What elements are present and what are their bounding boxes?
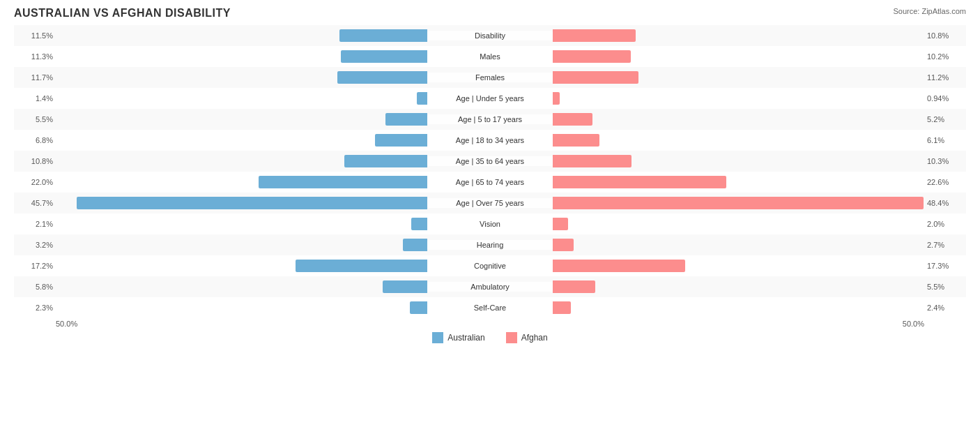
right-bar-area [553, 174, 924, 190]
center-section: Females [56, 67, 924, 88]
row-label: Age | 5 to 17 years [427, 114, 553, 124]
left-bar-area [56, 174, 427, 190]
center-section: Ambulatory [56, 276, 924, 297]
bars-wrapper: 11.5%Disability10.8%11.3%Males10.2%11.7%… [14, 25, 966, 318]
center-section: Age | 65 to 74 years [56, 172, 924, 193]
left-bar-area [56, 112, 427, 127]
right-value-label: 5.2% [924, 115, 966, 123]
australian-bar [341, 50, 427, 63]
australian-bar [411, 218, 427, 230]
chart-title: AUSTRALIAN VS AFGHAN DISABILITY [14, 7, 231, 20]
afghan-swatch [506, 332, 517, 343]
center-section: Disability [56, 25, 924, 46]
bar-row: 11.3%Males10.2% [14, 46, 966, 67]
australian-bar [296, 260, 427, 272]
row-label: Age | Over 75 years [427, 198, 553, 208]
left-value-label: 5.8% [14, 283, 56, 291]
australian-bar [344, 155, 427, 167]
right-bar-area [553, 258, 924, 274]
title-row: AUSTRALIAN VS AFGHAN DISABILITY Source: … [14, 7, 966, 20]
right-value-label: 5.5% [924, 283, 966, 291]
bar-row: 2.3%Self-Care2.4% [14, 297, 966, 318]
right-value-label: 6.1% [924, 136, 966, 144]
bar-row: 45.7%Age | Over 75 years48.4% [14, 193, 966, 214]
afghan-bar [553, 280, 595, 293]
left-bar-area [56, 195, 427, 211]
row-label: Disability [427, 31, 553, 40]
right-value-label: 17.3% [924, 262, 966, 270]
bar-row: 6.8%Age | 18 to 34 years6.1% [14, 130, 966, 151]
bar-row: 11.5%Disability10.8% [14, 25, 966, 46]
row-label: Females [427, 73, 553, 82]
left-bar-area [56, 153, 427, 169]
afghan-bar [553, 239, 574, 251]
left-bar-area [56, 258, 427, 274]
australian-bar [339, 29, 428, 42]
afghan-bar [553, 176, 726, 188]
right-bar-area [553, 216, 924, 232]
right-bar-area [553, 49, 924, 64]
right-value-label: 22.6% [924, 178, 966, 186]
bar-row: 5.8%Ambulatory5.5% [14, 276, 966, 297]
bar-row: 17.2%Cognitive17.3% [14, 255, 966, 276]
afghan-bar [553, 218, 568, 230]
legend-item-afghan: Afghan [506, 332, 548, 343]
svg-rect-0 [432, 332, 443, 343]
legend: Australian Afghan [14, 332, 966, 343]
row-label: Males [427, 52, 553, 61]
bar-row: 5.5%Age | 5 to 17 years5.2% [14, 109, 966, 130]
right-bar-area [553, 28, 924, 43]
afghan-bar [553, 260, 685, 272]
center-section: Age | Over 75 years [56, 193, 924, 214]
center-section: Age | Under 5 years [56, 88, 924, 109]
afghan-bar [553, 197, 924, 209]
right-bar-area [553, 91, 924, 106]
bar-row: 1.4%Age | Under 5 years0.94% [14, 88, 966, 109]
left-value-label: 11.5% [14, 31, 56, 40]
center-section: Males [56, 46, 924, 67]
afghan-bar [553, 92, 560, 105]
australian-bar [77, 197, 427, 209]
right-value-label: 10.8% [924, 31, 966, 40]
australian-bar [410, 301, 427, 314]
left-value-label: 11.7% [14, 73, 56, 82]
left-value-label: 6.8% [14, 136, 56, 144]
row-label: Age | 18 to 34 years [427, 135, 553, 145]
left-bar-area [56, 49, 427, 64]
chart-container: AUSTRALIAN VS AFGHAN DISABILITY Source: … [0, 0, 980, 427]
row-label: Age | 35 to 64 years [427, 156, 553, 166]
left-bar-area [56, 70, 427, 85]
left-value-label: 5.5% [14, 115, 56, 123]
svg-rect-1 [506, 332, 517, 343]
bottom-axis: 50.0% 50.0% [14, 320, 966, 328]
bar-row: 22.0%Age | 65 to 74 years22.6% [14, 172, 966, 193]
right-bar-area [553, 70, 924, 85]
right-value-label: 2.0% [924, 220, 966, 228]
right-value-label: 2.7% [924, 241, 966, 249]
left-value-label: 11.3% [14, 52, 56, 61]
left-value-label: 45.7% [14, 199, 56, 207]
right-bar-area [553, 153, 924, 169]
row-label: Self-Care [427, 303, 553, 313]
row-label: Ambulatory [427, 282, 553, 292]
bar-row: 3.2%Hearing2.7% [14, 234, 966, 255]
center-section: Age | 5 to 17 years [56, 109, 924, 130]
left-bar-area [56, 237, 427, 253]
right-value-label: 11.2% [924, 73, 966, 82]
right-value-label: 48.4% [924, 199, 966, 207]
australian-bar [375, 134, 427, 147]
center-section: Age | 18 to 34 years [56, 130, 924, 151]
afghan-bar [553, 113, 592, 126]
bar-row: 10.8%Age | 35 to 64 years10.3% [14, 151, 966, 172]
left-bar-area [56, 91, 427, 106]
right-value-label: 10.2% [924, 52, 966, 61]
axis-right: 50.0% [903, 320, 924, 328]
left-value-label: 1.4% [14, 94, 56, 103]
right-value-label: 0.94% [924, 94, 966, 103]
axis-left: 50.0% [56, 320, 77, 328]
left-value-label: 2.1% [14, 220, 56, 228]
left-value-label: 10.8% [14, 157, 56, 165]
left-bar-area [56, 300, 427, 315]
left-bar-area [56, 216, 427, 232]
right-bar-area [553, 237, 924, 253]
